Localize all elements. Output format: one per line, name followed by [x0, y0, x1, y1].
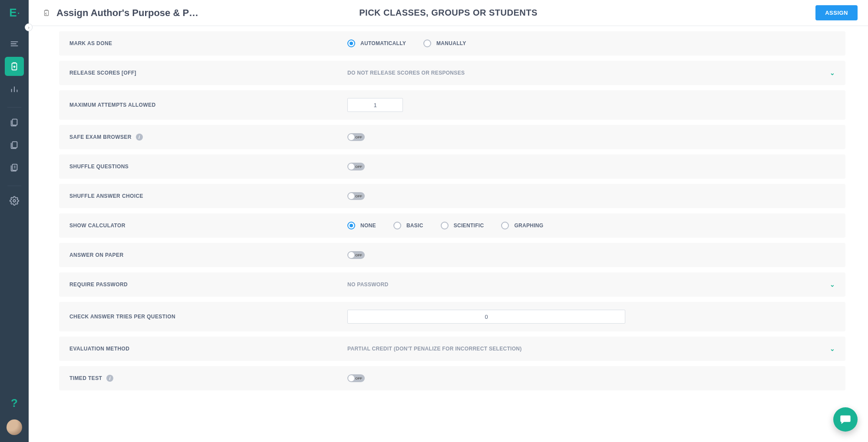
svg-point-4: [13, 200, 16, 202]
nav-assignments[interactable]: [5, 57, 24, 76]
nav-library-1[interactable]: [5, 113, 24, 132]
label-mark-as-done: MARK AS DONE: [69, 40, 347, 46]
nav-library-3[interactable]: [5, 158, 24, 177]
value-evaluation-method: PARTIAL CREDIT (DON'T PENALIZE FOR INCOR…: [347, 346, 522, 352]
stack-icon: [10, 140, 19, 150]
clipboard-plus-icon: [10, 62, 19, 71]
row-shuffle-questions: SHUFFLE QUESTIONS OFF: [59, 154, 845, 179]
radio-label: NONE: [360, 223, 376, 229]
row-evaluation-method: EVALUATION METHOD PARTIAL CREDIT (DON'T …: [59, 337, 845, 361]
row-shuffle-answer-choice: SHUFFLE ANSWER CHOICE OFF: [59, 184, 845, 208]
bar-chart-icon: [10, 84, 19, 94]
label-show-calculator: SHOW CALCULATOR: [69, 223, 347, 229]
help-icon[interactable]: ?: [11, 396, 18, 410]
radio-indicator-icon: [347, 39, 355, 47]
header-subtitle: PICK CLASSES, GROUPS OR STUDENTS: [359, 8, 538, 18]
radio-label: SCIENTIFIC: [454, 223, 484, 229]
radio-indicator-icon: [441, 222, 449, 229]
row-check-answer-tries: CHECK ANSWER TRIES PER QUESTION: [59, 302, 845, 331]
nav-reports[interactable]: [5, 79, 24, 98]
sidebar-collapse-button[interactable]: ›: [25, 23, 33, 31]
settings-panel: MARK AS DONE AUTOMATICALLY MANUALLY RELE…: [29, 26, 868, 442]
label-require-password: REQUIRE PASSWORD: [69, 282, 347, 288]
input-check-answer-tries[interactable]: [347, 310, 625, 324]
row-release-scores: RELEASE SCORES [OFF] DO NOT RELEASE SCOR…: [59, 61, 845, 85]
row-show-calculator: SHOW CALCULATOR NONE BASIC SCIENTIFIC GR…: [59, 213, 845, 238]
label-shuffle-answer-choice: SHUFFLE ANSWER CHOICE: [69, 193, 347, 199]
assign-button[interactable]: ASSIGN: [815, 5, 858, 20]
row-require-password: REQUIRE PASSWORD NO PASSWORD ⌄: [59, 272, 845, 297]
nav-separator: [7, 186, 21, 186]
label-shuffle-questions: SHUFFLE QUESTIONS: [69, 164, 347, 170]
value-release-scores: DO NOT RELEASE SCORES OR RESPONSES: [347, 70, 465, 76]
info-icon[interactable]: i: [106, 375, 113, 382]
app-logo: E·: [9, 6, 19, 20]
radio-mark-as-done-manual[interactable]: MANUALLY: [423, 39, 466, 47]
label-safe-exam-browser: SAFE EXAM BROWSER: [69, 134, 132, 140]
svg-rect-1: [12, 119, 17, 125]
toggle-shuffle-questions[interactable]: OFF: [347, 163, 365, 170]
book-icon: [10, 163, 19, 172]
page-title: Assign Author's Purpose & P…: [56, 7, 198, 19]
radio-mark-as-done-auto[interactable]: AUTOMATICALLY: [347, 39, 406, 47]
gear-icon: [10, 196, 19, 206]
expand-evaluation-method[interactable]: ⌄: [830, 345, 835, 352]
value-require-password: NO PASSWORD: [347, 282, 388, 288]
row-safe-exam-browser: SAFE EXAM BROWSER i OFF: [59, 125, 845, 149]
sidebar: E· ? ›: [0, 0, 29, 442]
nav-settings[interactable]: [5, 191, 24, 210]
toggle-timed-test[interactable]: OFF: [347, 374, 365, 382]
radio-indicator-icon: [501, 222, 509, 229]
header: Assign Author's Purpose & P… PICK CLASSE…: [29, 0, 868, 26]
lines-icon: [10, 39, 19, 49]
chevron-down-icon: ⌄: [830, 345, 835, 352]
radio-calculator-graphing[interactable]: GRAPHING: [501, 222, 543, 229]
chat-icon: [839, 413, 851, 426]
chat-button[interactable]: [833, 407, 858, 432]
label-answer-on-paper: ANSWER ON PAPER: [69, 252, 347, 258]
chevron-down-icon: ⌄: [830, 281, 835, 288]
chevron-right-icon: ›: [28, 25, 30, 30]
radio-label: MANUALLY: [436, 40, 466, 46]
radio-calculator-none[interactable]: NONE: [347, 222, 376, 229]
label-timed-test: TIMED TEST: [69, 375, 102, 381]
nav-separator: [7, 107, 21, 108]
main: Assign Author's Purpose & P… PICK CLASSE…: [29, 0, 868, 442]
toggle-shuffle-answer-choice[interactable]: OFF: [347, 192, 365, 200]
row-max-attempts: MAXIMUM ATTEMPTS ALLOWED: [59, 90, 845, 120]
row-timed-test: TIMED TEST i OFF: [59, 366, 845, 390]
expand-require-password[interactable]: ⌄: [830, 281, 835, 288]
toggle-answer-on-paper[interactable]: OFF: [347, 251, 365, 259]
radio-indicator-icon: [393, 222, 401, 229]
radio-label: AUTOMATICALLY: [360, 40, 406, 46]
radio-indicator-icon: [423, 39, 431, 47]
nav-dashboard[interactable]: [5, 34, 24, 53]
avatar[interactable]: [6, 419, 23, 436]
label-release-scores: RELEASE SCORES [OFF]: [69, 70, 347, 76]
label-check-answer-tries: CHECK ANSWER TRIES PER QUESTION: [69, 314, 347, 320]
assignment-icon: [43, 9, 50, 17]
chevron-down-icon: ⌄: [830, 69, 835, 76]
label-evaluation-method: EVALUATION METHOD: [69, 346, 347, 352]
row-mark-as-done: MARK AS DONE AUTOMATICALLY MANUALLY: [59, 31, 845, 56]
label-max-attempts: MAXIMUM ATTEMPTS ALLOWED: [69, 102, 347, 108]
row-answer-on-paper: ANSWER ON PAPER OFF: [59, 243, 845, 267]
radio-calculator-basic[interactable]: BASIC: [393, 222, 423, 229]
radio-label: BASIC: [406, 223, 423, 229]
toggle-safe-exam-browser[interactable]: OFF: [347, 133, 365, 141]
nav-library-2[interactable]: [5, 135, 24, 154]
input-max-attempts[interactable]: [347, 98, 403, 112]
radio-indicator-icon: [347, 222, 355, 229]
radio-label: GRAPHING: [514, 223, 543, 229]
svg-rect-2: [12, 142, 17, 148]
radio-calculator-scientific[interactable]: SCIENTIFIC: [441, 222, 484, 229]
info-icon[interactable]: i: [136, 134, 143, 141]
expand-release-scores[interactable]: ⌄: [830, 69, 835, 76]
svg-rect-3: [12, 164, 17, 170]
stack-icon: [10, 118, 19, 127]
